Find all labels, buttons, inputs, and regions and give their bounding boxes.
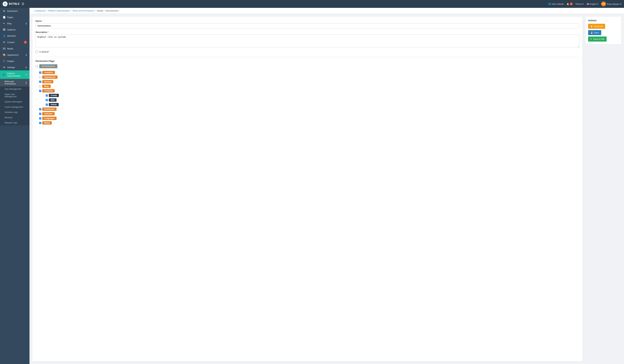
perm-tag-contacts[interactable]: Contacts bbox=[42, 89, 54, 92]
contact-badge: 1 bbox=[24, 41, 27, 44]
language-label: English bbox=[590, 3, 597, 5]
sidebar-sub-label-backups: Backups bbox=[5, 116, 12, 119]
perm-tree-dot-edit: ┄ bbox=[42, 99, 45, 101]
perm-tag-contacts-edit[interactable]: Edit bbox=[49, 98, 56, 102]
is-default-checkbox[interactable] bbox=[36, 51, 38, 53]
sidebar-item-galleries[interactable]: 🖼 Galleries bbox=[0, 26, 29, 33]
sidebar-item-media[interactable]: 🎞 Media bbox=[0, 46, 29, 52]
language-selector[interactable]: 🇺🇸 English ▾ bbox=[586, 3, 598, 5]
sidebar-label-appearance: Appearance bbox=[7, 54, 19, 56]
perm-checkbox-galleries[interactable] bbox=[39, 113, 41, 115]
sidebar-item-pages[interactable]: 📄 Pages bbox=[0, 14, 29, 20]
perm-tree-dot-delete: ┄ bbox=[42, 104, 45, 106]
theme-selector[interactable]: Theme ▾ bbox=[575, 3, 584, 5]
sidebar-sub-label-super-user: Super User Management bbox=[5, 93, 27, 98]
save-edit-label: Save & Edit bbox=[593, 38, 604, 40]
home-breadcrumb-icon: ⌂ bbox=[33, 9, 34, 12]
sidebar-sub-label-user-management: User Management bbox=[5, 88, 22, 90]
perm-checkbox-dashboard[interactable] bbox=[39, 108, 41, 110]
description-textarea[interactable]: Highest role in system bbox=[36, 34, 579, 47]
sidebar-item-blog[interactable]: ✏ Blog ❯ bbox=[0, 20, 29, 26]
sidebar-label-pages: Pages bbox=[7, 16, 13, 19]
duplicate-label: Duplicate bbox=[594, 25, 603, 27]
duplicate-button[interactable]: 📋 Duplicate bbox=[588, 24, 605, 29]
perm-checkbox-contacts[interactable] bbox=[39, 90, 41, 92]
galleries-icon: 🖼 bbox=[3, 28, 5, 31]
perm-checkbox-contacts-delete[interactable] bbox=[46, 104, 48, 106]
save-button[interactable]: 💾 Save bbox=[588, 30, 601, 35]
blog-icon: ✏ bbox=[3, 22, 5, 25]
perm-item-appearance: ┄ Appearance bbox=[36, 75, 579, 79]
perm-checkbox-blog[interactable] bbox=[39, 85, 41, 87]
perm-tree-dot-languages: ┄ bbox=[36, 117, 38, 119]
perm-item-contacts: ┄ Contacts bbox=[36, 89, 579, 93]
navbar-left: b BOTBLE ☰ bbox=[3, 1, 24, 6]
sidebar-item-settings[interactable]: ⚙ Settings ❯ bbox=[0, 64, 29, 70]
perm-tag-dashboard[interactable]: Dashboard bbox=[42, 108, 56, 111]
perm-checkbox-languages[interactable] bbox=[39, 117, 41, 119]
perm-checkbox-analytics[interactable] bbox=[39, 71, 41, 74]
breadcrumb-sep-3: / bbox=[95, 9, 96, 12]
perm-tag-contacts-create[interactable]: Create bbox=[49, 94, 59, 97]
description-required-star: * bbox=[48, 31, 49, 33]
sidebar-sub-item-cache[interactable]: Cache management bbox=[0, 104, 29, 110]
sidebar-item-members[interactable]: 👤 Members bbox=[0, 33, 29, 39]
sidebar-sub-item-roles[interactable]: Roles and Permissions ❯ bbox=[0, 79, 29, 86]
breadcrumb-platform-admin-link[interactable]: Platform Administration bbox=[48, 9, 70, 12]
sidebar-sub-item-system-info[interactable]: System information bbox=[0, 99, 29, 104]
breadcrumb-roles-link[interactable]: Roles and Permissions bbox=[72, 9, 94, 12]
sidebar-item-contact[interactable]: ✉ Contact 1 bbox=[0, 39, 29, 46]
sidebar-sub-label-activities: Activities Logs bbox=[5, 111, 18, 114]
perm-tag-appearance[interactable]: Appearance bbox=[42, 75, 57, 79]
perm-tag-galleries[interactable]: Galleries bbox=[42, 112, 54, 115]
sidebar-sub-item-activities[interactable]: Activities Logs bbox=[0, 110, 29, 115]
user-chevron-icon: ▾ bbox=[620, 3, 621, 5]
name-input[interactable] bbox=[36, 23, 579, 28]
perm-tree-dot-media: ┄ bbox=[36, 122, 38, 124]
sidebar-label-galleries: Galleries bbox=[7, 28, 16, 31]
perm-item-languages: ┄ Languages bbox=[36, 116, 579, 121]
perm-item-blog: ┄ Blog bbox=[36, 84, 579, 89]
view-website-label: View website bbox=[551, 3, 564, 5]
perm-checkbox-contacts-create[interactable] bbox=[46, 94, 48, 97]
sidebar-label-media: Media bbox=[7, 47, 13, 50]
sidebar-item-appearance[interactable]: 🎨 Appearance ❯ bbox=[0, 52, 29, 58]
perm-checkbox-contacts-edit[interactable] bbox=[46, 99, 48, 101]
perm-tag-blog[interactable]: Blog bbox=[42, 85, 51, 88]
sidebar-label-settings: Settings bbox=[7, 66, 15, 68]
perm-tag-backup[interactable]: Backup bbox=[42, 80, 53, 83]
perm-checkbox-backup[interactable] bbox=[39, 81, 41, 83]
view-website-link[interactable]: 🌐 View website bbox=[548, 3, 564, 5]
perm-item-contacts-create: ┄ Create bbox=[36, 93, 579, 98]
all-permissions-button[interactable]: All Permissions bbox=[39, 64, 57, 68]
sidebar-sub-item-user-management[interactable]: User Management bbox=[0, 86, 29, 92]
perm-tag-languages[interactable]: Languages bbox=[42, 117, 56, 120]
menu-toggle-button[interactable]: ☰ bbox=[22, 2, 24, 6]
perm-tag-contacts-delete[interactable]: Delete bbox=[49, 103, 59, 106]
perm-tree-dot-dashboard: ┄ bbox=[36, 108, 38, 110]
perm-tag-media[interactable]: Media bbox=[42, 121, 52, 125]
duplicate-icon: 📋 bbox=[590, 25, 593, 27]
perm-item-contacts-wrapper: ┄ Contacts ┄ Create ┄ bbox=[36, 89, 579, 107]
perm-checkbox-appearance[interactable] bbox=[39, 76, 41, 78]
notifications-button[interactable]: 🔔 1 bbox=[567, 2, 573, 5]
user-avatar: SN bbox=[601, 1, 606, 6]
all-permissions-checkbox[interactable] bbox=[36, 65, 38, 68]
platform-admin-chevron-icon: ▾ bbox=[26, 74, 27, 76]
breadcrumb-dashboard-link[interactable]: Dashboard bbox=[35, 9, 46, 12]
sidebar-sub-item-backups[interactable]: Backups bbox=[0, 115, 29, 120]
user-menu[interactable]: SN Sang Nguyen ▾ bbox=[601, 1, 621, 6]
user-name: Sang Nguyen bbox=[607, 3, 620, 5]
main-content: ⌂ Dashboard / Platform Administration / … bbox=[29, 8, 624, 364]
save-edit-button[interactable]: ✔ Save & Edit bbox=[588, 37, 607, 42]
perm-tag-analytics[interactable]: Analytics bbox=[42, 71, 55, 74]
sidebar-sub-item-request-logs[interactable]: Request Logs bbox=[0, 120, 29, 125]
globe-icon: 🌐 bbox=[548, 3, 551, 5]
sidebar-sub-item-super-user[interactable]: Super User Management bbox=[0, 92, 29, 99]
is-default-label[interactable]: Is default? bbox=[39, 51, 49, 53]
form-panel: Name * Description * Highest role in sys… bbox=[32, 16, 583, 361]
sidebar-item-plugins[interactable]: 🔌 Plugins bbox=[0, 58, 29, 64]
perm-checkbox-media[interactable] bbox=[39, 122, 41, 124]
sidebar-item-platform-admin[interactable]: 👥 Platform Administration ▾ bbox=[0, 70, 29, 79]
sidebar-item-dashboard[interactable]: ⊞ Dashboard bbox=[0, 8, 29, 14]
